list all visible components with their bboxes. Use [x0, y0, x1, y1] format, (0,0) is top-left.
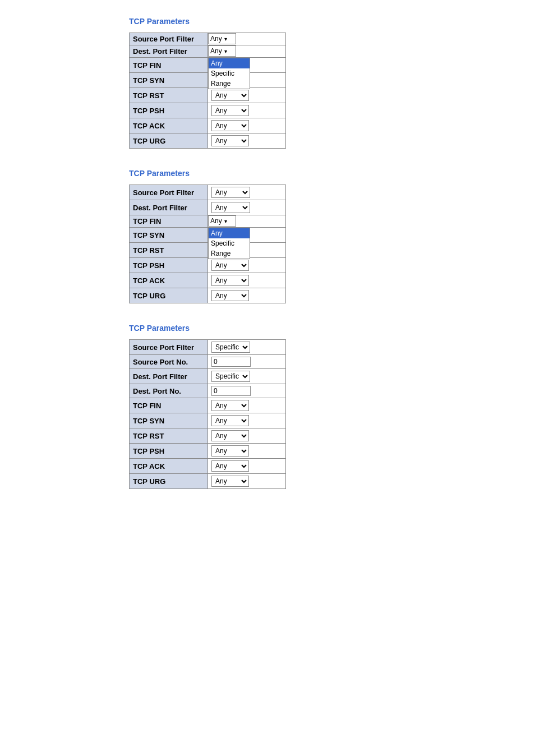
tcp-ack-value-3[interactable]: AnySetNot Set: [208, 459, 286, 474]
source-port-no-value-3[interactable]: [208, 355, 286, 369]
table-row: TCP RST AnySetNot Set: [130, 428, 286, 444]
dest-port-no-label-3: Dest. Port No.: [130, 384, 208, 398]
dest-port-filter-value-3[interactable]: AnySpecificRange: [208, 369, 286, 384]
dest-port-filter-value-1[interactable]: Any ▾ Any Specific Range: [208, 45, 286, 58]
table-row: TCP PSH AnySetNot Set: [130, 258, 286, 273]
tcp-syn-value-3[interactable]: AnySetNot Set: [208, 413, 286, 428]
dest-port-filter-select-2[interactable]: AnySpecificRange: [211, 202, 250, 213]
tcp-ack-select-3[interactable]: AnySetNot Set: [211, 460, 249, 472]
section2-title: TCP Parameters: [129, 169, 535, 178]
tcp-urg-label-3: TCP URG: [130, 474, 208, 489]
tcp-urg-select-3[interactable]: AnySetNot Set: [211, 476, 249, 487]
table-row: TCP URG AnySetNot Set: [130, 133, 286, 149]
tcp-fin-value-2[interactable]: Any ▾ Any Specific Range: [208, 215, 286, 228]
tcp-psh-select-3[interactable]: AnySetNot Set: [211, 445, 249, 457]
source-port-filter-value-3[interactable]: AnySpecificRange: [208, 340, 286, 355]
dest-port-filter-select-3[interactable]: AnySpecificRange: [211, 371, 250, 382]
option-range-1[interactable]: Range: [209, 79, 250, 89]
tcp-psh-select-2[interactable]: AnySetNot Set: [211, 260, 249, 271]
table-row: TCP SYN AnySetNot Set: [130, 228, 286, 243]
tcp-urg-select-2[interactable]: AnySetNot Set: [211, 290, 249, 301]
tcp-parameters-section-3: TCP Parameters Source Port Filter AnySpe…: [129, 324, 535, 489]
tcp-parameters-section-1: TCP Parameters Source Port Filter Any ▾ …: [129, 17, 535, 149]
source-port-filter-label-3: Source Port Filter: [130, 340, 208, 355]
table-row: TCP SYN AnySetNot Set: [130, 413, 286, 428]
option-any-1[interactable]: Any: [209, 58, 250, 68]
table-row: TCP FIN AnySetNot Set: [130, 58, 286, 73]
tcp-ack-select-2[interactable]: AnySetNot Set: [211, 275, 249, 286]
section3-table: Source Port Filter AnySpecificRange Sour…: [129, 339, 286, 489]
source-port-filter-value-1[interactable]: Any ▾: [208, 33, 286, 45]
tcp-fin-display-2: Any: [210, 217, 222, 225]
tcp-psh-value-3[interactable]: AnySetNot Set: [208, 444, 286, 459]
tcp-urg-value-2[interactable]: AnySetNot Set: [208, 288, 286, 303]
table-row: TCP SYN AnySetNot Set: [130, 73, 286, 88]
tcp-rst-select-3[interactable]: AnySetNot Set: [211, 430, 249, 441]
tcp-syn-select-3[interactable]: AnySetNot Set: [211, 415, 249, 426]
dest-port-dropdown-arrow-1: ▾: [224, 48, 227, 54]
table-row: TCP URG AnySetNot Set: [130, 288, 286, 303]
option-specific-1[interactable]: Specific: [209, 68, 250, 79]
tcp-fin-select-3[interactable]: AnySetNot Set: [211, 400, 249, 411]
table-row: Dest. Port Filter AnySpecificRange: [130, 200, 286, 215]
dest-port-filter-value-2[interactable]: AnySpecificRange: [208, 200, 286, 215]
table-row: Source Port Filter AnySpecificRange: [130, 340, 286, 355]
dest-port-filter-display-1: Any: [210, 47, 222, 55]
tcp-fin-label-3: TCP FIN: [130, 398, 208, 413]
tcp-psh-value-2[interactable]: AnySetNot Set: [208, 258, 286, 273]
tcp-syn-label-3: TCP SYN: [130, 413, 208, 428]
tcp-urg-select-1[interactable]: AnySetNot Set: [211, 135, 249, 146]
table-row: TCP ACK AnySetNot Set: [130, 273, 286, 288]
tcp-psh-select-1[interactable]: AnySetNot Set: [211, 105, 249, 116]
tcp-fin-dropdown-arrow-2: ▾: [224, 218, 227, 224]
table-row: TCP FIN Any ▾ Any Specific Range: [130, 215, 286, 228]
table-row: Dest. Port Filter Any ▾ Any Specific R: [130, 45, 286, 58]
source-port-no-label-3: Source Port No.: [130, 355, 208, 369]
tcp-rst-label-3: TCP RST: [130, 428, 208, 444]
tcp-syn-label-1: TCP SYN: [130, 73, 208, 88]
dest-port-no-value-3[interactable]: [208, 384, 286, 398]
tcp-fin-dropdown-list-2[interactable]: Any Specific Range: [208, 228, 250, 259]
section1-table: Source Port Filter Any ▾ Dest. Port Filt…: [129, 33, 286, 149]
table-row: TCP FIN AnySetNot Set: [130, 398, 286, 413]
source-port-filter-select-2[interactable]: AnySpecificRange: [211, 187, 250, 198]
dest-port-no-input-3[interactable]: [211, 386, 251, 396]
table-row: TCP ACK AnySetNot Set: [130, 459, 286, 474]
tcp-parameters-section-2: TCP Parameters Source Port Filter AnySpe…: [129, 169, 535, 303]
source-port-filter-value-2[interactable]: AnySpecificRange: [208, 185, 286, 200]
dest-port-filter-label-2: Dest. Port Filter: [130, 200, 208, 215]
tcp-fin-label-2: TCP FIN: [130, 215, 208, 228]
section1-title: TCP Parameters: [129, 17, 535, 26]
table-row: Dest. Port Filter AnySpecificRange: [130, 369, 286, 384]
tcp-rst-select-1[interactable]: AnySetNot Set: [211, 90, 249, 101]
tcp-syn-label-2: TCP SYN: [130, 228, 208, 243]
section3-title: TCP Parameters: [129, 324, 535, 333]
tcp-rst-value-1[interactable]: AnySetNot Set: [208, 88, 286, 103]
tcp-fin-label-1: TCP FIN: [130, 58, 208, 73]
tcp-psh-value-1[interactable]: AnySetNot Set: [208, 103, 286, 118]
table-row: TCP URG AnySetNot Set: [130, 474, 286, 489]
tcp-psh-label-2: TCP PSH: [130, 258, 208, 273]
option-specific-fin-2[interactable]: Specific: [209, 238, 250, 248]
source-port-no-input-3[interactable]: [211, 357, 251, 367]
source-port-filter-label-1: Source Port Filter: [130, 33, 208, 45]
tcp-rst-value-3[interactable]: AnySetNot Set: [208, 428, 286, 444]
tcp-urg-value-3[interactable]: AnySetNot Set: [208, 474, 286, 489]
table-row: Source Port Filter Any ▾: [130, 33, 286, 45]
tcp-ack-label-3: TCP ACK: [130, 459, 208, 474]
tcp-fin-value-3[interactable]: AnySetNot Set: [208, 398, 286, 413]
dest-port-dropdown-list-1[interactable]: Any Specific Range: [208, 58, 250, 89]
source-port-filter-select-3[interactable]: AnySpecificRange: [211, 342, 250, 353]
table-row: TCP ACK AnySetNot Set: [130, 118, 286, 133]
source-port-filter-display-1: Any: [210, 35, 222, 43]
tcp-urg-value-1[interactable]: AnySetNot Set: [208, 133, 286, 149]
tcp-ack-value-1[interactable]: AnySetNot Set: [208, 118, 286, 133]
tcp-ack-value-2[interactable]: AnySetNot Set: [208, 273, 286, 288]
option-range-fin-2[interactable]: Range: [209, 248, 250, 259]
table-row: TCP PSH AnySetNot Set: [130, 444, 286, 459]
tcp-ack-label-2: TCP ACK: [130, 273, 208, 288]
section2-table: Source Port Filter AnySpecificRange Dest…: [129, 185, 286, 303]
tcp-urg-label-1: TCP URG: [130, 133, 208, 149]
option-any-fin-2[interactable]: Any: [209, 228, 250, 238]
tcp-ack-select-1[interactable]: AnySetNot Set: [211, 120, 249, 131]
